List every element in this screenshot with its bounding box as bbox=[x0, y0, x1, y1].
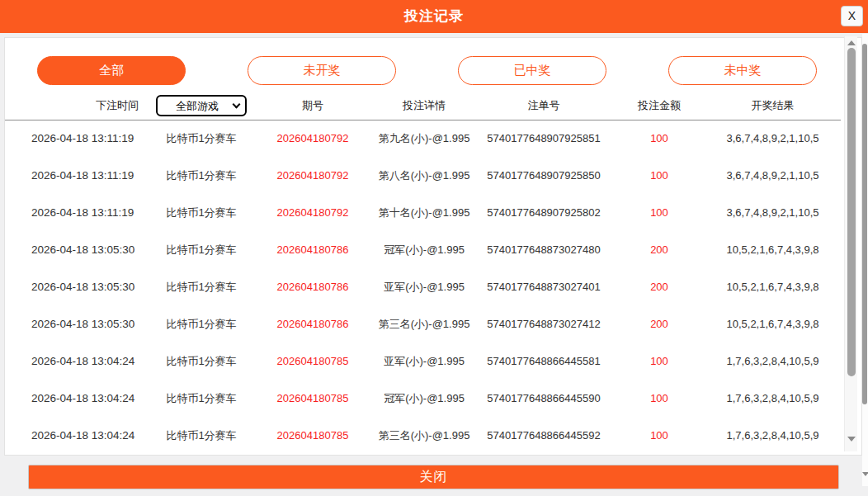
table-row: 2026-04-18 13:11:19 比特币1分赛车 202604180792… bbox=[5, 120, 841, 157]
cell-result: 3,6,7,4,8,9,2,1,10,5 bbox=[705, 157, 841, 194]
table-row: 2026-04-18 13:04:24 比特币1分赛车 202604180785… bbox=[5, 342, 841, 380]
close-button[interactable]: 关闭 bbox=[28, 465, 839, 489]
cell-game: 比特币1分赛车 bbox=[152, 231, 251, 268]
cell-result: 1,7,6,3,2,8,4,10,5,9 bbox=[705, 380, 841, 417]
cell-details: 第九名(小)-@1.995 bbox=[375, 120, 474, 157]
cell-game: 比特币1分赛车 bbox=[152, 380, 251, 417]
table-row: 2026-04-18 13:04:24 比特币1分赛车 202604180785… bbox=[5, 417, 841, 454]
vertical-scrollbar[interactable] bbox=[844, 36, 857, 451]
game-filter-select[interactable]: 全部游戏 bbox=[156, 95, 247, 116]
cell-order: 5740177648907925802 bbox=[474, 194, 614, 231]
column-header-period: 期号 bbox=[251, 92, 375, 120]
cell-order: 5740177648866445592 bbox=[474, 417, 614, 454]
cell-result: 3,6,7,4,8,9,2,1,10,5 bbox=[705, 120, 841, 157]
table-row: 2026-04-18 13:11:19 比特币1分赛车 202604180792… bbox=[5, 157, 841, 194]
cell-period: 202604180792 bbox=[251, 194, 375, 231]
cell-period: 202604180792 bbox=[251, 120, 375, 157]
cell-result: 3,6,7,4,8,9,2,1,10,5 bbox=[705, 194, 841, 231]
filter-tabs: 全部 未开奖 已中奖 未中奖 bbox=[37, 56, 817, 85]
table-row: 2026-04-18 13:05:30 比特币1分赛车 202604180786… bbox=[5, 268, 841, 305]
cell-game: 比特币1分赛车 bbox=[152, 157, 251, 194]
column-header-amount: 投注金额 bbox=[614, 92, 705, 120]
cell-bet-time: 2026-04-18 13:04:24 bbox=[5, 417, 152, 454]
cell-order: 5740177648866445590 bbox=[474, 380, 614, 417]
cell-result: 10,5,2,1,6,7,4,3,9,8 bbox=[705, 231, 841, 268]
cell-amount: 100 bbox=[614, 417, 705, 454]
cell-amount: 200 bbox=[614, 231, 705, 268]
filter-not-won-button[interactable]: 未中奖 bbox=[668, 56, 817, 85]
cell-bet-time: 2026-04-18 13:05:30 bbox=[5, 305, 152, 342]
cell-result: 1,7,6,3,2,8,4,10,5,9 bbox=[705, 417, 841, 454]
column-header-bet-time: 下注时间 bbox=[5, 92, 152, 120]
cell-period: 202604180785 bbox=[251, 380, 375, 417]
cell-bet-time: 2026-04-18 13:11:19 bbox=[5, 157, 152, 194]
game-filter: 全部游戏 bbox=[156, 95, 247, 116]
cell-game: 比特币1分赛车 bbox=[152, 305, 251, 342]
cell-bet-time: 2026-04-18 13:11:19 bbox=[5, 120, 152, 157]
filter-not-drawn-button[interactable]: 未开奖 bbox=[248, 56, 396, 85]
table-header-row: 下注时间 全部游戏 期号 投注详情 注单号 投注金额 开奖结果 bbox=[5, 92, 841, 120]
cell-period: 202604180785 bbox=[251, 417, 375, 454]
column-header-details: 投注详情 bbox=[375, 92, 474, 120]
cell-details: 亚军(小)-@1.995 bbox=[375, 268, 474, 305]
page-scroll-down-icon[interactable] bbox=[862, 472, 868, 476]
cell-details: 亚军(小)-@1.995 bbox=[375, 342, 474, 380]
cell-order: 5740177648873027401 bbox=[474, 268, 614, 305]
table-body: 2026-04-18 13:11:19 比特币1分赛车 202604180792… bbox=[5, 120, 841, 454]
close-x-button[interactable]: X bbox=[841, 6, 863, 26]
bet-records-panel: 全部 未开奖 已中奖 未中奖 下注时间 全部游戏 期号 bbox=[4, 37, 862, 456]
cell-result: 1,7,6,3,2,8,4,10,5,9 bbox=[705, 342, 841, 380]
cell-amount: 100 bbox=[614, 194, 705, 231]
table-row: 2026-04-18 13:05:30 比特币1分赛车 202604180786… bbox=[5, 305, 841, 342]
cell-amount: 100 bbox=[614, 342, 705, 380]
cell-details: 冠军(小)-@1.995 bbox=[375, 231, 474, 268]
cell-bet-time: 2026-04-18 13:05:30 bbox=[5, 268, 152, 305]
page-scrollbar[interactable] bbox=[862, 34, 868, 486]
cell-amount: 100 bbox=[614, 380, 705, 417]
cell-bet-time: 2026-04-18 13:05:30 bbox=[5, 231, 152, 268]
cell-order: 5740177648907925850 bbox=[474, 157, 614, 194]
cell-details: 第十名(小)-@1.995 bbox=[375, 194, 474, 231]
column-header-game: 全部游戏 bbox=[152, 92, 251, 120]
table-row: 2026-04-18 13:04:24 比特币1分赛车 202604180785… bbox=[5, 380, 841, 417]
records-table: 下注时间 全部游戏 期号 投注详情 注单号 投注金额 开奖结果 2026-04-… bbox=[5, 92, 841, 454]
column-header-order: 注单号 bbox=[474, 92, 614, 120]
cell-period: 202604180786 bbox=[251, 268, 375, 305]
scroll-down-icon[interactable] bbox=[847, 437, 856, 442]
cell-result: 10,5,2,1,6,7,4,3,9,8 bbox=[705, 268, 841, 305]
page-scrollbar-thumb[interactable] bbox=[862, 44, 867, 404]
table-row: 2026-04-18 13:11:19 比特币1分赛车 202604180792… bbox=[5, 194, 841, 231]
cell-bet-time: 2026-04-18 13:04:24 bbox=[5, 342, 152, 380]
cell-game: 比特币1分赛车 bbox=[152, 120, 251, 157]
dialog-title: 投注记录 bbox=[0, 0, 868, 33]
cell-order: 5740177648873027412 bbox=[474, 305, 614, 342]
cell-period: 202604180786 bbox=[251, 231, 375, 268]
cell-period: 202604180792 bbox=[251, 157, 375, 194]
cell-amount: 200 bbox=[614, 268, 705, 305]
cell-amount: 100 bbox=[614, 157, 705, 194]
cell-game: 比特币1分赛车 bbox=[152, 194, 251, 231]
cell-result: 10,5,2,1,6,7,4,3,9,8 bbox=[705, 305, 841, 342]
cell-bet-time: 2026-04-18 13:04:24 bbox=[5, 380, 152, 417]
column-header-result: 开奖结果 bbox=[705, 92, 841, 120]
cell-period: 202604180785 bbox=[251, 342, 375, 380]
cell-bet-time: 2026-04-18 13:11:19 bbox=[5, 194, 152, 231]
scrollbar-thumb[interactable] bbox=[847, 48, 856, 376]
titlebar: 投注记录 X bbox=[0, 0, 868, 33]
scroll-up-icon[interactable] bbox=[847, 40, 856, 45]
filter-all-button[interactable]: 全部 bbox=[37, 56, 186, 85]
cell-amount: 200 bbox=[614, 305, 705, 342]
cell-order: 5740177648866445581 bbox=[474, 342, 614, 380]
filter-won-button[interactable]: 已中奖 bbox=[458, 56, 606, 85]
cell-game: 比特币1分赛车 bbox=[152, 268, 251, 305]
cell-details: 第三名(小)-@1.995 bbox=[375, 305, 474, 342]
cell-details: 第八名(小)-@1.995 bbox=[375, 157, 474, 194]
cell-details: 冠军(小)-@1.995 bbox=[375, 380, 474, 417]
cell-game: 比特币1分赛车 bbox=[152, 417, 251, 454]
cell-order: 5740177648873027480 bbox=[474, 231, 614, 268]
cell-amount: 100 bbox=[614, 120, 705, 157]
cell-details: 第三名(小)-@1.995 bbox=[375, 417, 474, 454]
cell-order: 5740177648907925851 bbox=[474, 120, 614, 157]
table-row: 2026-04-18 13:05:30 比特币1分赛车 202604180786… bbox=[5, 231, 841, 268]
cell-period: 202604180786 bbox=[251, 305, 375, 342]
